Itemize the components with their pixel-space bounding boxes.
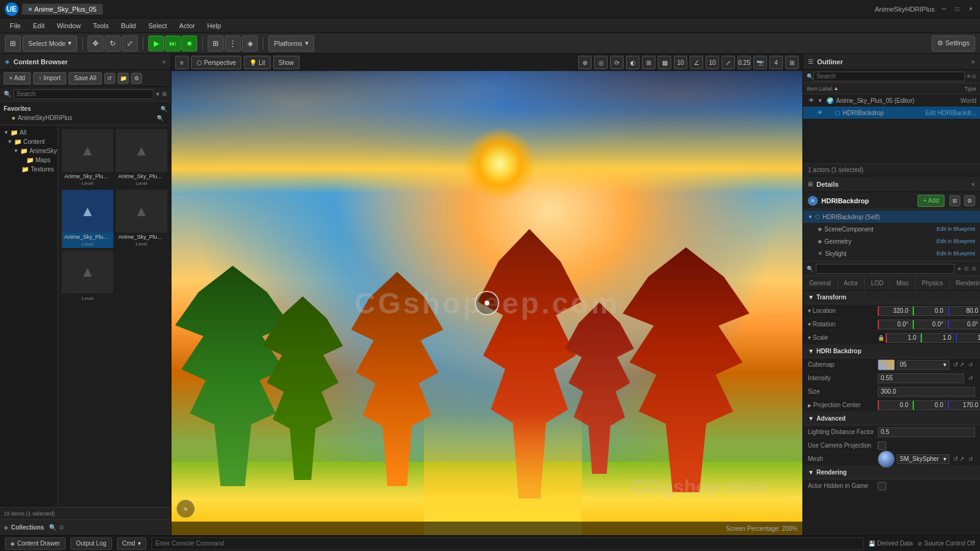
menu-actor[interactable]: Actor bbox=[175, 21, 200, 31]
intensity-input[interactable] bbox=[878, 373, 964, 383]
minimize-button[interactable]: ─ bbox=[940, 5, 948, 13]
vp-icon-2[interactable]: ◎ bbox=[594, 56, 608, 69]
location-dropdown[interactable]: ▾ bbox=[808, 307, 811, 314]
vp-icon-5[interactable]: ⊞ bbox=[642, 56, 655, 69]
scale-y-input[interactable] bbox=[921, 333, 954, 343]
move-icon[interactable]: ✥ bbox=[88, 36, 104, 51]
vp-fullscreen-icon[interactable]: ⊞ bbox=[785, 56, 799, 69]
proj-x-input[interactable] bbox=[878, 400, 911, 410]
output-log-button[interactable]: Output Log bbox=[70, 538, 111, 550]
search-favorites-icon[interactable]: 🔍 bbox=[160, 106, 167, 112]
menu-edit[interactable]: Edit bbox=[28, 21, 50, 31]
details-close-icon[interactable]: × bbox=[971, 181, 975, 188]
collections-settings-icon[interactable]: ⚙ bbox=[59, 524, 64, 531]
vp-cam-num[interactable]: 4 bbox=[769, 56, 783, 69]
folder-button[interactable]: 📁 bbox=[118, 73, 129, 84]
collections-search-icon[interactable]: 🔍 bbox=[49, 524, 56, 531]
mesh-dropdown-btn[interactable]: SM_SkySpher ▾ bbox=[897, 454, 949, 464]
select-mode-button[interactable]: Select Mode ▾ bbox=[23, 36, 77, 51]
camera-icon[interactable]: ◈ bbox=[242, 36, 258, 51]
menu-select[interactable]: Select bbox=[143, 21, 172, 31]
vp-icon-3[interactable]: ⟳ bbox=[610, 56, 624, 69]
close-button[interactable]: × bbox=[967, 5, 975, 13]
tab-general[interactable]: General bbox=[803, 276, 838, 291]
sky-blueprint-link[interactable]: Edit in Blueprint bbox=[937, 250, 975, 257]
location-x-input[interactable] bbox=[878, 306, 911, 316]
world-expand-icon[interactable]: ▼ bbox=[818, 98, 824, 103]
tree-item-textures[interactable]: 📁 Textures bbox=[0, 165, 58, 174]
favorites-header[interactable]: Favorites 🔍 bbox=[4, 104, 167, 113]
save-all-button[interactable]: Save All bbox=[69, 72, 102, 84]
content-drawer-button[interactable]: ◈ Content Drawer bbox=[5, 538, 66, 550]
hdri-vis-icon[interactable]: 👁 bbox=[815, 108, 824, 117]
vp-grid-num1[interactable]: 10 bbox=[674, 56, 687, 69]
active-tab[interactable]: ■ Anime_Sky_Plus_05 bbox=[22, 4, 103, 15]
lit-button[interactable]: 💡 Lit bbox=[244, 56, 271, 69]
proj-expand[interactable]: ▶ bbox=[808, 403, 812, 408]
location-y-input[interactable] bbox=[913, 306, 946, 316]
vp-icon-4[interactable]: ◐ bbox=[626, 56, 639, 69]
menu-window[interactable]: Window bbox=[52, 21, 86, 31]
outliner-eye-icon[interactable]: 👁 bbox=[966, 73, 971, 80]
mesh-browse-icon[interactable]: ↺ bbox=[953, 455, 958, 462]
derived-data-button[interactable]: 💾 Derived Data bbox=[869, 540, 913, 547]
world-vis-icon[interactable]: 👁 bbox=[807, 96, 815, 105]
refresh-button[interactable]: ↺ bbox=[104, 73, 115, 84]
grid-icon[interactable]: ⋮ bbox=[225, 36, 241, 51]
settings-icon[interactable]: ⚙ bbox=[162, 91, 167, 97]
cmd-button[interactable]: Cmd ▾ bbox=[117, 538, 146, 550]
rotation-x-input[interactable] bbox=[878, 320, 911, 329]
tree-item-animeskyhdri[interactable]: ▼ 📁 AnimeSkyHDRIPlus bbox=[0, 146, 58, 156]
mesh-open-icon[interactable]: ↗ bbox=[959, 455, 964, 462]
outliner-settings-icon[interactable]: ⚙ bbox=[971, 73, 976, 80]
outliner-item-world[interactable]: 👁 ▼ 🌍 Anime_Sky_Plus_05 (Editor) World bbox=[803, 94, 980, 107]
details-view-button[interactable]: ⊞ bbox=[949, 195, 960, 206]
scale-x-input[interactable] bbox=[886, 333, 919, 343]
rotation-z-input[interactable] bbox=[948, 320, 980, 329]
details-add-button[interactable]: + Add bbox=[918, 195, 944, 207]
lighting-distance-input[interactable] bbox=[878, 427, 975, 437]
size-input[interactable] bbox=[878, 387, 975, 397]
rendering-section-header[interactable]: ▼ Rendering bbox=[803, 466, 980, 479]
viewport-canvas[interactable]: CGshopeep.com CGgshop.com N Screen Perce… bbox=[172, 71, 802, 535]
hdri-section-header[interactable]: ▼ HDRI Backdrop bbox=[803, 345, 980, 358]
cb-close-icon[interactable]: × bbox=[162, 58, 166, 66]
menu-help[interactable]: Help bbox=[202, 21, 226, 31]
scene-blueprint-link[interactable]: Edit in Blueprint bbox=[937, 226, 975, 232]
camera-projection-checkbox[interactable] bbox=[878, 441, 886, 450]
rotate-icon[interactable]: ↻ bbox=[105, 36, 121, 51]
advanced-section-header[interactable]: ▼ Advanced bbox=[803, 412, 980, 425]
proj-y-input[interactable] bbox=[913, 400, 946, 410]
file-item-4[interactable]: ▲ Level bbox=[62, 250, 113, 302]
console-input[interactable] bbox=[151, 538, 864, 550]
import-button[interactable]: ↑ Import bbox=[33, 72, 66, 84]
menu-build[interactable]: Build bbox=[116, 21, 141, 31]
vp-icon-6[interactable]: ▦ bbox=[658, 56, 671, 69]
component-row-self[interactable]: ▼ ⬡ HDRIBackdrop (Self) bbox=[803, 211, 980, 223]
rotation-dropdown[interactable]: ▾ bbox=[808, 321, 811, 328]
details-settings-button[interactable]: ⚙ bbox=[964, 195, 975, 206]
outliner-sort-icon[interactable]: ▲ bbox=[834, 86, 839, 91]
scale-icon[interactable]: ⤢ bbox=[122, 36, 138, 51]
outliner-close-icon[interactable]: × bbox=[971, 58, 975, 66]
details-search-input[interactable] bbox=[816, 264, 954, 274]
scale-z-input[interactable] bbox=[956, 333, 980, 343]
component-row-skylight[interactable]: ☀ Skylight Edit in Blueprint bbox=[803, 247, 980, 260]
intensity-reset-icon[interactable]: ↺ bbox=[967, 374, 975, 383]
file-item-2[interactable]: ▲ Anime_Sky_Plus_05 Level bbox=[62, 190, 113, 248]
actor-hidden-checkbox[interactable] bbox=[878, 482, 886, 490]
tab-lod[interactable]: LOD bbox=[865, 276, 891, 291]
cubemap-reset-icon[interactable]: ↺ bbox=[967, 361, 975, 369]
viewport-menu-button[interactable]: ≡ bbox=[175, 56, 189, 69]
favorites-search-icon[interactable]: 🔍 bbox=[157, 115, 164, 121]
platforms-button[interactable]: Platforms ▾ bbox=[268, 36, 314, 51]
file-item-3[interactable]: ▲ Anime_Sky_Plus_06 Level bbox=[116, 190, 167, 248]
tree-item-all[interactable]: ▼ 📁 All bbox=[0, 128, 58, 137]
cubemap-open-icon[interactable]: ↗ bbox=[959, 361, 964, 368]
cubemap-browse-icon[interactable]: ↺ bbox=[953, 361, 958, 368]
vp-angle-icon[interactable]: ∠ bbox=[690, 56, 703, 69]
vp-grid-num2[interactable]: 10 bbox=[706, 56, 719, 69]
snap-icon[interactable]: ⊞ bbox=[208, 36, 224, 51]
settings-cb-button[interactable]: ⚙ bbox=[131, 73, 142, 84]
play-button[interactable]: ▶ bbox=[148, 36, 164, 51]
